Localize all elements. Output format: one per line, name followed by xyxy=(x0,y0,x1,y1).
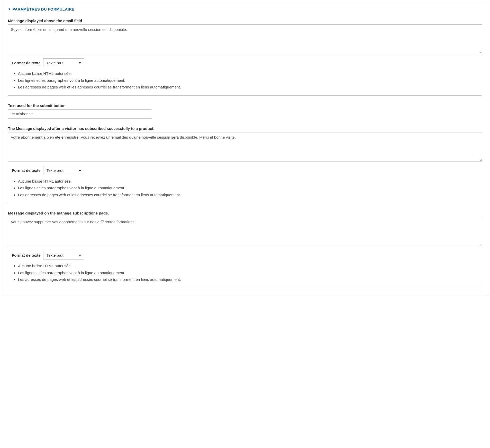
input-submit-text[interactable] xyxy=(8,109,152,119)
label-submit-text: Text used for the submit button xyxy=(8,103,482,108)
format-label: Format de texte xyxy=(12,168,41,173)
panel-title-text: PARAMÈTRES DU FORMULAIRE xyxy=(12,7,74,11)
label-above-email: Message displayed above the email field xyxy=(8,19,482,23)
panel-title-toggle[interactable]: ▼ PARAMÈTRES DU FORMULAIRE xyxy=(8,7,482,11)
format-box-above-email: Format de texte Texte brut Aucune balise… xyxy=(8,55,482,96)
format-hint: Les lignes et les paragraphes vont à la … xyxy=(18,185,478,191)
format-select-manage-msg[interactable]: Texte brut xyxy=(43,251,84,259)
format-select-above-email[interactable]: Texte brut xyxy=(43,58,84,67)
format-hints: Aucune balise HTML autorisée. Les lignes… xyxy=(12,178,478,198)
format-hint: Les lignes et les paragraphes vont à la … xyxy=(18,270,478,276)
format-box-success-msg: Format de texte Texte brut Aucune balise… xyxy=(8,163,482,203)
label-manage-msg: Message displayed on the manage subscrip… xyxy=(8,211,482,215)
format-hint: Aucune balise HTML autorisée. xyxy=(18,263,478,269)
format-select-success-msg[interactable]: Texte brut xyxy=(43,166,84,175)
format-hint: Aucune balise HTML autorisée. xyxy=(18,71,478,77)
textarea-above-email[interactable] xyxy=(8,24,482,54)
format-hint: Aucune balise HTML autorisée. xyxy=(18,178,478,184)
format-hints: Aucune balise HTML autorisée. Les lignes… xyxy=(12,263,478,283)
format-hint: Les lignes et les paragraphes vont à la … xyxy=(18,78,478,84)
label-success-msg: The Message displayed after a visitor ha… xyxy=(8,126,482,131)
caret-down-icon: ▼ xyxy=(8,8,11,11)
textarea-manage-msg[interactable] xyxy=(8,217,482,246)
field-above-email: Message displayed above the email field … xyxy=(8,19,482,96)
format-hint: Les adresses de pages web et les adresse… xyxy=(18,277,478,283)
form-parameters-panel: ▼ PARAMÈTRES DU FORMULAIRE Message displ… xyxy=(2,2,488,296)
field-submit-text: Text used for the submit button xyxy=(8,103,482,119)
format-hints: Aucune balise HTML autorisée. Les lignes… xyxy=(12,71,478,90)
textarea-success-msg[interactable] xyxy=(8,132,482,162)
format-hint: Les adresses de pages web et les adresse… xyxy=(18,84,478,90)
field-success-msg: The Message displayed after a visitor ha… xyxy=(8,126,482,203)
field-manage-msg: Message displayed on the manage subscrip… xyxy=(8,211,482,288)
format-label: Format de texte xyxy=(12,253,41,257)
format-hint: Les adresses de pages web et les adresse… xyxy=(18,192,478,198)
format-label: Format de texte xyxy=(12,61,41,65)
format-box-manage-msg: Format de texte Texte brut Aucune balise… xyxy=(8,247,482,288)
